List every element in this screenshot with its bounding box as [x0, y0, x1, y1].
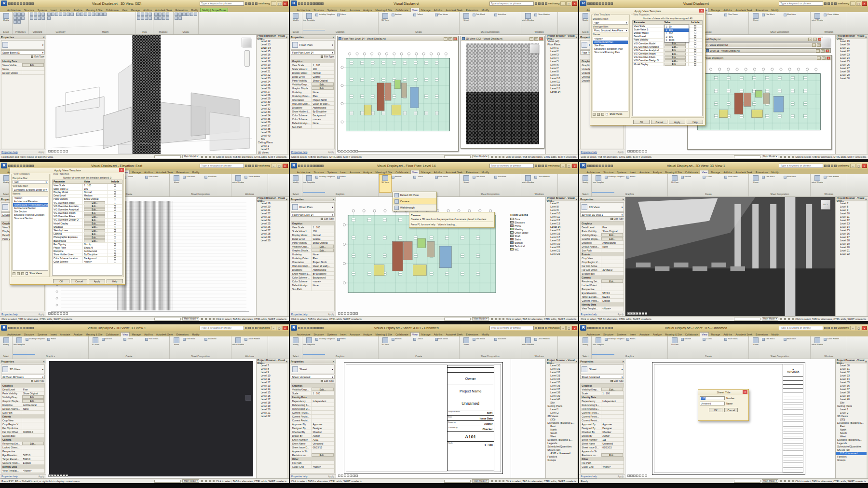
view-control-icon[interactable] [627, 474, 630, 477]
qat-icon[interactable] [17, 2, 19, 5]
status-filter-icon[interactable] [495, 156, 497, 158]
tree-item[interactable]: Level 13 [836, 222, 867, 225]
minimize-button[interactable]: – [529, 37, 533, 41]
tree-item[interactable]: Level 18 [257, 60, 287, 63]
tree-item[interactable]: Level 15 [257, 50, 287, 53]
tool-icon[interactable] [30, 16, 33, 20]
ribbon-tab-extensions[interactable]: Extensions [754, 170, 769, 174]
include-checkbox[interactable]: ✓ [694, 49, 696, 52]
edit-button[interactable]: Edit... [84, 233, 105, 236]
qat-icon[interactable] [28, 327, 31, 329]
view-control-icon[interactable] [633, 150, 636, 153]
ribbon-tab-massing-site[interactable]: Massing & Site [374, 170, 394, 174]
ok-button[interactable]: OK [53, 279, 69, 283]
close-button[interactable]: ✕ [862, 1, 867, 6]
property-row[interactable]: Referencing D... [581, 407, 624, 411]
close-button[interactable]: ✕ [283, 1, 288, 6]
binoculars-icon[interactable] [535, 165, 537, 167]
tree-item[interactable]: Level 5 [546, 60, 577, 63]
qat-icon[interactable] [20, 327, 22, 329]
type-selector[interactable]: 3D View: 3D View 1▾ [580, 212, 624, 217]
tree-item[interactable]: Elevations (Building E... [836, 421, 867, 425]
status-filter-icon[interactable] [499, 318, 501, 320]
view-control-icon[interactable] [636, 312, 638, 315]
ribbon-button-sheet[interactable]: Sheet [750, 337, 761, 354]
ribbon-button-close-hidden[interactable]: Close Hidden [534, 13, 556, 17]
view-control-icon[interactable] [60, 312, 62, 315]
ribbon-tab-collaborate[interactable]: Collaborate [104, 8, 120, 12]
qat-icon[interactable] [14, 165, 16, 167]
close-icon[interactable]: ✕ [743, 390, 747, 394]
ribbon-tab-modify[interactable]: Modify [480, 333, 490, 336]
view-control-icon[interactable] [633, 312, 636, 315]
tool-icon[interactable] [175, 16, 178, 20]
parameter-row[interactable]: ShadowsEdit...✓ [53, 225, 122, 229]
binoculars-icon[interactable] [824, 165, 827, 167]
worksets-dropdown[interactable] [734, 480, 760, 483]
property-row[interactable]: View Templat...<None> [1, 469, 44, 473]
ribbon-tab-architecture[interactable]: Architecture [585, 333, 601, 336]
parameter-row[interactable]: Color Scheme LocationBackground [53, 257, 122, 260]
tree-item[interactable]: Level 26 [836, 63, 867, 67]
property-row[interactable]: Scale1 : 100 [581, 391, 624, 395]
tree-item[interactable]: Level 7 [546, 67, 577, 70]
star-icon[interactable] [542, 165, 544, 167]
user-name[interactable]: vashawg [548, 2, 560, 5]
property-row[interactable]: DisciplineArchitectural [291, 268, 334, 272]
status-filter-icon[interactable] [213, 318, 215, 320]
property-row[interactable]: Designed ByDesigner [581, 426, 624, 430]
view-canvas[interactable]: Floor Plan: Level 14 - Visual Display.rv… [336, 35, 546, 154]
tree-item[interactable]: Level 38 [836, 391, 867, 394]
ribbon-button-filters[interactable]: Filters [337, 337, 358, 341]
ribbon-tab-massing-site[interactable]: Massing & Site [374, 333, 394, 336]
ribbon-button-filters[interactable]: Filters [47, 337, 68, 341]
tree-item[interactable]: Level 25 [836, 60, 867, 63]
ribbon-tab-add-ins[interactable]: Add-Ins [143, 333, 154, 336]
template-name-item[interactable]: Site Section [13, 210, 48, 213]
tool-icon[interactable] [178, 13, 182, 16]
ribbon-tab-massing-site[interactable]: Massing & Site [374, 8, 394, 12]
view-control-icon[interactable] [355, 312, 358, 315]
app-button[interactable]: R [291, 163, 297, 168]
view-control-icon[interactable] [355, 150, 358, 153]
ribbon-button-view-templates[interactable]: View Templates [593, 175, 604, 192]
ribbon-button-matchline[interactable]: Matchline [494, 175, 515, 179]
ribbon-button-sheet[interactable]: Sheet [461, 13, 472, 30]
tree-item[interactable]: Level 18 [836, 239, 867, 242]
scale-dropdown[interactable]: 1 : 501 : 1001 : 2001 : 5001 : 1000 [664, 25, 689, 42]
ribbon-tab-insert[interactable]: Insert [339, 8, 348, 12]
ribbon-tab-modify[interactable]: Modify [480, 170, 490, 174]
ribbon-tab-add-ins[interactable]: Add-Ins [433, 333, 444, 336]
minimize-button[interactable]: – [271, 164, 276, 168]
ribbon-button-title-block[interactable]: Title Block [473, 337, 494, 341]
tree-item[interactable]: Level 4 [546, 56, 577, 60]
tree-item[interactable]: Level 31 [257, 104, 287, 107]
ribbon-button-title-block[interactable]: Title Block [183, 337, 204, 341]
property-row[interactable]: Visibility/Grap...Edit... [581, 388, 624, 391]
navigation-bar[interactable] [244, 50, 250, 67]
view-control-icon[interactable] [63, 474, 65, 477]
tree-item[interactable]: Level 1 [836, 408, 867, 411]
property-row[interactable]: DependencyIndependent [581, 399, 624, 403]
view-control-icon[interactable] [347, 312, 349, 315]
view-control-icon[interactable] [642, 474, 644, 477]
ribbon-tab-analyze[interactable]: Analyze [362, 8, 373, 12]
tree-item[interactable]: Level 8 [546, 70, 577, 73]
ribbon-tab-architecture[interactable]: Architecture [6, 333, 22, 336]
qat-icon[interactable] [312, 2, 315, 5]
view-control-icon[interactable] [639, 474, 641, 477]
property-row[interactable]: Referencing S... [291, 403, 334, 407]
property-row[interactable]: Graphic Displa...Edit... [1, 399, 44, 403]
property-row[interactable]: Referencing D... [291, 407, 334, 411]
ribbon-button-modify[interactable]: Modify [1, 13, 11, 30]
ribbon-tab-structure[interactable]: Structure [312, 333, 325, 336]
exchange-icon[interactable] [827, 165, 830, 167]
ribbon-button-modify[interactable]: Modify [291, 337, 301, 354]
close-button[interactable]: ✕ [539, 37, 543, 41]
status-filter-icon[interactable] [499, 480, 501, 482]
tree-item[interactable]: Level 20 [257, 408, 287, 411]
ribbon-tab-autodesk-seek[interactable]: Autodesk Seek [154, 8, 174, 12]
ribbon-button-view-templates[interactable]: View Templates [593, 337, 604, 354]
ribbon-button-switch-windows[interactable]: Switch Windows [812, 175, 823, 192]
tree-item[interactable]: Level 21 [546, 249, 577, 252]
